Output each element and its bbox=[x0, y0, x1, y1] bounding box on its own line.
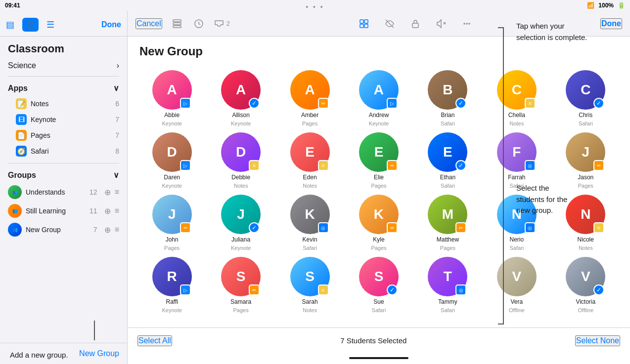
student-avatar-wrap-john: J✏ bbox=[152, 195, 192, 234]
student-name-ethan: Ethan bbox=[440, 174, 455, 181]
student-app-elie: Pages bbox=[371, 183, 386, 189]
student-app-kevin: Safari bbox=[303, 245, 317, 251]
student-cell-elie[interactable]: E✏EliePages bbox=[346, 132, 411, 189]
layers-icon[interactable] bbox=[170, 17, 184, 31]
student-cell-daren[interactable]: D▷DarenKeynote bbox=[139, 132, 204, 189]
science-label: Science bbox=[8, 61, 36, 70]
student-cell-farrah[interactable]: F◎FarrahSafari bbox=[484, 132, 549, 189]
apps-section-header[interactable]: Apps ∨ bbox=[0, 81, 127, 96]
student-cell-debbie[interactable]: D≡DebbieNotes bbox=[208, 132, 273, 189]
sidebar-header: ▤ 👤 ☰ Done bbox=[0, 11, 127, 37]
sidebar-item-science[interactable]: Science › bbox=[0, 57, 127, 74]
student-cell-victoria[interactable]: V✓VictoriaOffline bbox=[553, 257, 618, 313]
selected-check-brian: ✓ bbox=[455, 98, 466, 109]
student-cell-chris[interactable]: C✓ChrisSafari bbox=[553, 70, 618, 126]
list-icon[interactable]: ☰ bbox=[46, 19, 54, 30]
student-app-debbie: Notes bbox=[234, 183, 248, 189]
student-name-kyle: Kyle bbox=[373, 236, 384, 243]
sidebar-toggle-icon[interactable]: ▤ bbox=[6, 19, 14, 30]
student-avatar-wrap-sue: S✓ bbox=[359, 257, 399, 296]
selected-check-ethan: ✓ bbox=[455, 160, 466, 171]
app-badge-abbie: ▷ bbox=[180, 98, 191, 109]
people-icon[interactable]: 👤 bbox=[22, 18, 39, 32]
annotation-select-students: Select the students for the new group. bbox=[516, 183, 625, 216]
new-group-menu-icon[interactable]: ≡ bbox=[115, 225, 119, 234]
sidebar-item-keynote[interactable]: 🎞 Keynote 7 bbox=[0, 112, 127, 127]
select-all-button[interactable]: Select All bbox=[137, 335, 172, 346]
student-name-eden: Eden bbox=[303, 174, 317, 181]
cancel-button[interactable]: Cancel bbox=[135, 18, 162, 29]
student-avatar-wrap-sarah: S≡ bbox=[290, 257, 330, 296]
student-name-juliana: Juliana bbox=[231, 236, 250, 243]
sidebar-item-pages[interactable]: 📄 Pages 7 bbox=[0, 127, 127, 143]
student-cell-samara[interactable]: S✏SamaraPages bbox=[208, 257, 273, 313]
notes-count: 6 bbox=[115, 100, 119, 108]
student-cell-abbie[interactable]: A▷AbbieKeynote bbox=[139, 70, 204, 126]
sidebar-item-safari[interactable]: 🧭 Safari 8 bbox=[0, 143, 127, 159]
svg-rect-4 bbox=[360, 20, 363, 23]
student-app-vera: Offline bbox=[509, 307, 525, 313]
app-badge-john: ✏ bbox=[180, 222, 191, 233]
student-cell-john[interactable]: J✏JohnPages bbox=[139, 195, 204, 251]
app-badge-eden: ≡ bbox=[318, 160, 329, 171]
grid-icon[interactable] bbox=[357, 17, 371, 31]
select-none-button[interactable]: Select None bbox=[575, 335, 620, 346]
student-cell-sue[interactable]: S✓SueSafari bbox=[346, 257, 411, 313]
sidebar-item-new-group[interactable]: 👥 New Group 7 ⊕ ≡ bbox=[0, 220, 127, 239]
still-learning-menu-icon[interactable]: ≡ bbox=[115, 206, 119, 215]
sidebar-item-understands[interactable]: 👥 Understands 12 ⊕ ≡ bbox=[0, 183, 127, 202]
svg-rect-1 bbox=[173, 23, 181, 25]
sidebar-title: Classroom bbox=[8, 42, 119, 55]
selected-check-juliana: ✓ bbox=[249, 222, 260, 233]
student-cell-andrew[interactable]: A▷AndrewKeynote bbox=[346, 70, 411, 126]
student-avatar-wrap-debbie: D≡ bbox=[221, 132, 261, 172]
bracket-top bbox=[498, 27, 504, 28]
understands-menu-icon[interactable]: ≡ bbox=[115, 188, 119, 197]
understands-add-icon[interactable]: ⊕ bbox=[104, 188, 111, 197]
student-avatar-wrap-brian: B✓ bbox=[428, 70, 467, 110]
new-group-add-icon[interactable]: ⊕ bbox=[104, 225, 111, 235]
sidebar-item-notes[interactable]: 📝 Notes 6 bbox=[0, 96, 127, 112]
eye-hidden-icon[interactable] bbox=[383, 17, 397, 31]
science-chevron-icon: › bbox=[117, 61, 119, 70]
status-indicators: 📶 100% 🔋 bbox=[587, 2, 625, 9]
student-cell-brian[interactable]: B✓BrianSafari bbox=[415, 70, 480, 126]
compass-icon[interactable] bbox=[192, 17, 206, 31]
student-cell-ethan[interactable]: E✓EthanSafari bbox=[415, 132, 480, 189]
student-cell-jason[interactable]: J✏JasonPages bbox=[553, 132, 618, 189]
sidebar-done-button[interactable]: Done bbox=[101, 20, 121, 29]
student-name-nicole: Nicole bbox=[578, 236, 594, 243]
battery-icon: 🔋 bbox=[618, 2, 625, 9]
student-cell-vera[interactable]: VVeraOffline bbox=[484, 257, 549, 313]
student-cell-sarah[interactable]: S≡SarahNotes bbox=[277, 257, 342, 313]
safari-label: Safari bbox=[31, 147, 111, 155]
student-cell-allison[interactable]: A✓AllisonKeynote bbox=[208, 70, 273, 126]
app-badge-nerio: ◎ bbox=[525, 222, 536, 233]
selected-check-allison: ✓ bbox=[249, 98, 260, 109]
student-app-kyle: Pages bbox=[371, 245, 386, 251]
mute-icon[interactable] bbox=[434, 17, 448, 31]
safari-app-icon: 🧭 bbox=[16, 146, 27, 157]
svg-rect-9 bbox=[412, 23, 418, 28]
sidebar-item-still-learning[interactable]: 👥 Still Learning 11 ⊕ ≡ bbox=[0, 202, 127, 220]
svg-point-13 bbox=[464, 23, 465, 24]
student-cell-kevin[interactable]: K◎KevinSafari bbox=[277, 195, 342, 251]
svg-rect-0 bbox=[173, 20, 181, 22]
lock-icon[interactable] bbox=[408, 17, 422, 31]
student-cell-eden[interactable]: E≡EdenNotes bbox=[277, 132, 342, 189]
apps-section: Apps ∨ 📝 Notes 6 🎞 Keynote 7 📄 Pages 7 bbox=[0, 79, 127, 161]
student-cell-kyle[interactable]: K✏KylePages bbox=[346, 195, 411, 251]
still-learning-add-icon[interactable]: ⊕ bbox=[104, 206, 111, 216]
student-cell-raffi[interactable]: R▷RaffiKeynote bbox=[139, 257, 204, 313]
student-cell-amber[interactable]: A✏AmberPages bbox=[277, 70, 342, 126]
groups-section-header[interactable]: Groups ∨ bbox=[0, 167, 127, 183]
scroll-indicator-wrap bbox=[128, 353, 630, 364]
inbox-badge-icon[interactable]: 2 bbox=[214, 18, 230, 29]
student-cell-juliana[interactable]: J✓JulianaKeynote bbox=[208, 195, 273, 251]
student-cell-matthew[interactable]: M✏MatthewPages bbox=[415, 195, 480, 251]
sidebar-header-icons: ▤ 👤 ☰ bbox=[6, 18, 54, 32]
notes-label: Notes bbox=[31, 100, 111, 108]
more-icon[interactable] bbox=[460, 17, 474, 31]
student-cell-tammy[interactable]: T◎TammySafari bbox=[415, 257, 480, 313]
student-cell-chella[interactable]: C≡ChellaNotes bbox=[484, 70, 549, 126]
